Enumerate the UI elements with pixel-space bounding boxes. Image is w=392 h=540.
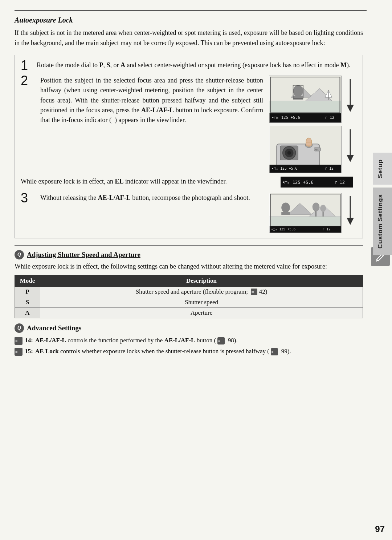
svg-rect-4 [270, 101, 341, 114]
step-1-number: 1 [21, 59, 33, 72]
el-viewfinder: •□ₑ 125 +5.6 r 12 [281, 177, 353, 188]
page: Setup Custom Settings Autoexposure Lock … [0, 0, 392, 540]
main-content: Autoexposure Lock If the subject is not … [15, 13, 363, 525]
el-indicator-row: While exposure lock is in effect, an EL … [21, 177, 357, 189]
sidebar-tab-custom[interactable]: Custom Settings [373, 188, 392, 255]
adv-text-15: AE Lock controls whether exposure locks … [35, 347, 291, 356]
svg-text:r 12: r 12 [322, 227, 330, 231]
step-2-number: 2 [21, 74, 33, 87]
svg-text:•□ₑ  125  +5.6: •□ₑ 125 +5.6 [282, 180, 314, 185]
autoexposure-lock-title: Autoexposure Lock [15, 16, 363, 24]
sidebar-tab-setup[interactable]: Setup [373, 153, 392, 185]
svg-point-45 [320, 205, 326, 212]
adv-item-14: ≡ 14: AE-L/AF-L controls the function pe… [15, 336, 363, 345]
svg-point-43 [313, 202, 320, 211]
arrow-down-top [344, 76, 357, 123]
adv-text-14: AE-L/AF-L controls the function performe… [35, 336, 238, 345]
step-3-layout: 3 Without releasing the AE-L/AF-L button… [21, 193, 357, 233]
step-2-text: Position the subject in the selected foc… [40, 76, 263, 125]
adv-bullet-14: ≡ 14: [15, 336, 33, 345]
svg-text:r 12: r 12 [325, 166, 334, 170]
table-row: A Aperture [15, 307, 363, 318]
step-2-text-col: 2 Position the subject in the selected f… [21, 76, 263, 173]
svg-marker-31 [347, 155, 354, 162]
svg-text:r 12: r 12 [334, 180, 345, 185]
svg-text:•□ₑ 125 +5.6: •□ₑ 125 +5.6 [271, 227, 295, 231]
adjusting-section-title: Q Adjusting Shutter Speed and Aperture [15, 250, 363, 259]
table-row: S Shutter speed [15, 297, 363, 307]
step-3-text-col: 3 Without releasing the AE-L/AF-L button… [21, 193, 263, 205]
svg-rect-24 [306, 142, 312, 146]
svg-point-40 [281, 202, 290, 212]
svg-text:•□ₑ 125 +5.6: •□ₑ 125 +5.6 [271, 115, 300, 120]
advanced-settings-label: Advanced Settings [27, 324, 81, 332]
svg-text:≡: ≡ [15, 339, 17, 343]
advanced-settings-icon: Q [15, 323, 24, 333]
table-cell-mode-p: P [15, 286, 40, 297]
svg-text:r 12: r 12 [325, 115, 334, 120]
step-3-scene: •□ₑ 125 +5.6 r 12 [269, 193, 342, 233]
svg-rect-41 [281, 212, 290, 215]
step-2-img-row-mid: AEL •□ₑ 125 +5.6 r 12 [269, 126, 357, 173]
page-number: 97 [375, 524, 385, 534]
svg-marker-15 [347, 105, 354, 112]
svg-text:≡: ≡ [252, 290, 254, 295]
el-text: While exposure lock is in effect, an EL … [21, 177, 275, 186]
table-header-description: Description [40, 275, 363, 286]
table-body: P Shutter speed and aperture (flexible p… [15, 286, 363, 318]
arrow-down-step3 [344, 193, 357, 233]
top-border [15, 10, 367, 11]
table-header-mode: Mode [15, 275, 40, 286]
svg-text:≡: ≡ [271, 350, 274, 354]
table-header-row: Mode Description [15, 275, 363, 286]
sidebar-right: Setup Custom Settings [367, 0, 392, 540]
svg-marker-51 [347, 218, 354, 225]
arrow-down-mid [344, 126, 357, 173]
step-3-images: •□ₑ 125 +5.6 r 12 [269, 193, 357, 233]
table-cell-mode-a: A [15, 307, 40, 318]
adjusting-icon: Q [15, 250, 24, 259]
step-3-number: 3 [21, 192, 33, 205]
step-2-camera-hand: AEL •□ₑ 125 +5.6 r 12 [269, 126, 342, 173]
svg-text:≡: ≡ [15, 350, 17, 354]
svg-rect-39 [270, 217, 341, 227]
table-cell-desc-p: Shutter speed and aperture (flexible pro… [40, 286, 363, 297]
svg-point-21 [287, 151, 291, 155]
autoexposure-intro: If the subject is not in the metered are… [15, 28, 363, 48]
step-1-row: 1 Rotate the mode dial to P, S, or A and… [21, 60, 357, 72]
table-cell-desc-a: Aperture [40, 307, 363, 318]
adjusting-intro: While exposure lock is in effect, the fo… [15, 262, 363, 271]
table-cell-desc-s: Shutter speed [40, 297, 363, 307]
advanced-settings-title: Q Advanced Settings [15, 323, 363, 333]
svg-rect-8 [293, 96, 303, 100]
svg-text:≡: ≡ [218, 339, 220, 343]
step-2-layout: 2 Position the subject in the selected f… [21, 76, 357, 173]
step-2-scene-top: •□ₑ 125 +5.6 r 12 [269, 76, 342, 123]
step-2-images: •□ₑ 125 +5.6 r 12 [269, 76, 357, 173]
adv-item-15: ≡ 15: AE Lock controls whether exposure … [15, 347, 363, 356]
step-1-text: Rotate the mode dial to P, S, or A and s… [37, 60, 357, 70]
steps-box: 1 Rotate the mode dial to P, S, or A and… [15, 55, 363, 238]
adv-bullet-15: ≡ 15: [15, 347, 33, 356]
table-cell-mode-s: S [15, 297, 40, 307]
svg-point-7 [293, 85, 303, 97]
section-divider-1 [15, 245, 363, 246]
step-2-img-row-top: •□ₑ 125 +5.6 r 12 [269, 76, 357, 123]
table-row: P Shutter speed and aperture (flexible p… [15, 286, 363, 297]
mode-table: Mode Description P Shutter speed and ape… [15, 275, 363, 318]
svg-text:•□ₑ 125 +5.6: •□ₑ 125 +5.6 [271, 166, 297, 170]
step-3-text: Without releasing the AE-L/AF-L button, … [40, 193, 263, 203]
svg-text:AEL: AEL [315, 149, 319, 151]
advanced-settings-text: ≡ 14: AE-L/AF-L controls the function pe… [15, 336, 363, 356]
el-vf-wrap: •□ₑ 125 +5.6 r 12 [281, 177, 357, 189]
